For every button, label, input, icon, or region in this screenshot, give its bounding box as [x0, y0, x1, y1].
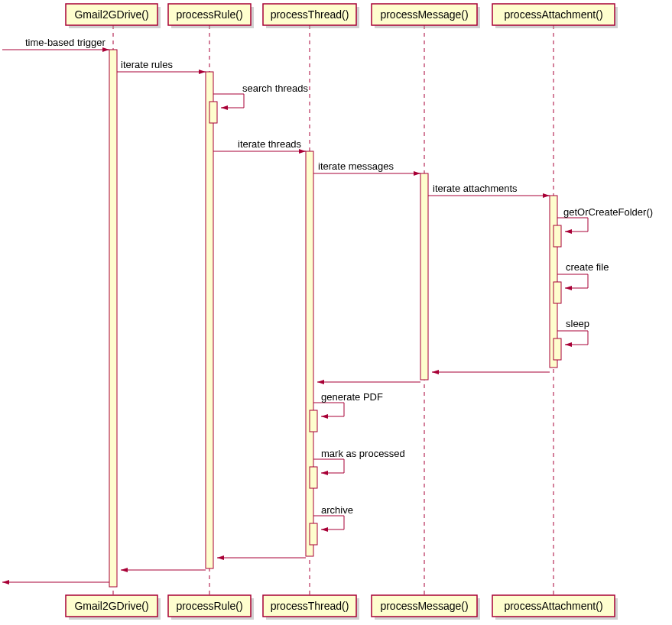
msg-label: create file	[566, 261, 609, 273]
msg-sleep	[557, 331, 588, 345]
activation-gmail2gdrive	[109, 50, 117, 587]
activation-markprocessed	[310, 467, 317, 488]
msg-mark-processed	[313, 459, 344, 473]
participant-bottom-processmessage: processMessage()	[372, 595, 480, 620]
activation-createfile	[554, 282, 561, 303]
msg-getorcreatefolder	[557, 218, 588, 232]
msg-label: search threads	[242, 83, 308, 94]
participant-top-processthread: processThread()	[263, 4, 359, 28]
activation-processthread	[306, 151, 313, 556]
activation-search-threads	[209, 102, 217, 123]
participant-bottom-processattachment: processAttachment()	[492, 595, 618, 620]
participant-label: processMessage()	[380, 8, 468, 21]
participant-bottom-processthread: processThread()	[263, 595, 359, 620]
msg-label: sleep	[566, 318, 589, 329]
msg-createfile	[557, 274, 588, 288]
activation-processmessage	[420, 173, 428, 380]
participant-label: processRule()	[176, 600, 242, 612]
participant-top-gmail2gdrive: Gmail2GDrive()	[66, 4, 161, 28]
msg-label: iterate attachments	[433, 183, 518, 194]
participant-label: processMessage()	[380, 600, 468, 612]
msg-label: mark as processed	[321, 448, 405, 459]
participant-label: processThread()	[271, 8, 349, 21]
msg-label: iterate rules	[121, 59, 173, 70]
participant-top-processmessage: processMessage()	[372, 4, 480, 28]
msg-generate-pdf	[313, 403, 344, 416]
participant-label: processAttachment()	[504, 8, 602, 21]
participant-top-processrule: processRule()	[168, 4, 254, 28]
sequence-diagram: Gmail2GDrive() processRule() processThre…	[0, 0, 672, 625]
msg-label: generate PDF	[321, 391, 383, 403]
participant-label: Gmail2GDrive()	[74, 8, 148, 21]
participant-label: processThread()	[271, 600, 349, 612]
participant-bottom-processrule: processRule()	[168, 595, 254, 620]
msg-label: time-based trigger	[25, 37, 106, 48]
msg-label: archive	[321, 504, 353, 516]
msg-label: getOrCreateFolder()	[563, 206, 653, 218]
msg-label: iterate threads	[238, 138, 302, 150]
activation-getorcreate	[554, 225, 561, 247]
activation-archive	[310, 523, 317, 545]
participant-top-processattachment: processAttachment()	[492, 4, 618, 28]
participant-bottom-gmail2gdrive: Gmail2GDrive()	[66, 595, 161, 620]
msg-search-threads	[213, 94, 244, 108]
activation-processrule	[206, 72, 213, 568]
participant-label: processAttachment()	[504, 600, 602, 612]
msg-archive	[313, 516, 344, 529]
activation-sleep	[554, 338, 561, 360]
activation-generatepdf	[310, 410, 317, 432]
participant-label: Gmail2GDrive()	[74, 600, 148, 612]
msg-label: iterate messages	[318, 160, 394, 172]
participant-label: processRule()	[176, 8, 242, 21]
